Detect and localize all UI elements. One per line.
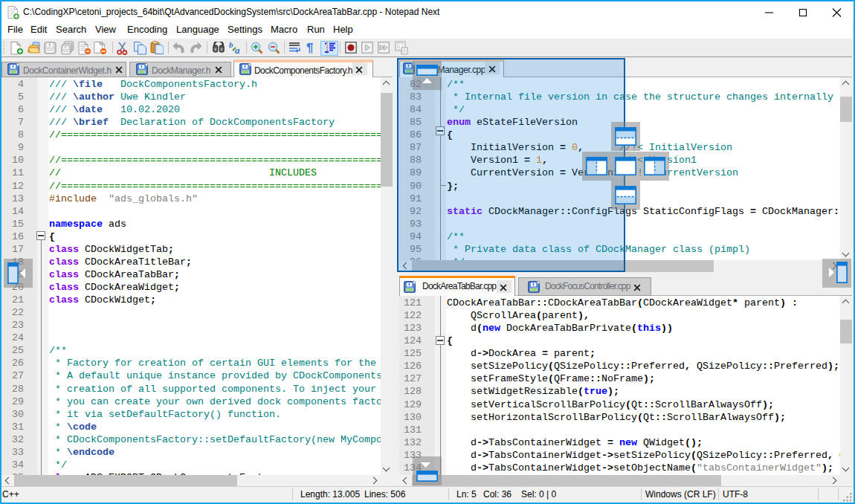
- svg-text:a: a: [235, 45, 240, 55]
- svg-text:¶: ¶: [306, 41, 313, 55]
- svg-text:b: b: [229, 41, 233, 49]
